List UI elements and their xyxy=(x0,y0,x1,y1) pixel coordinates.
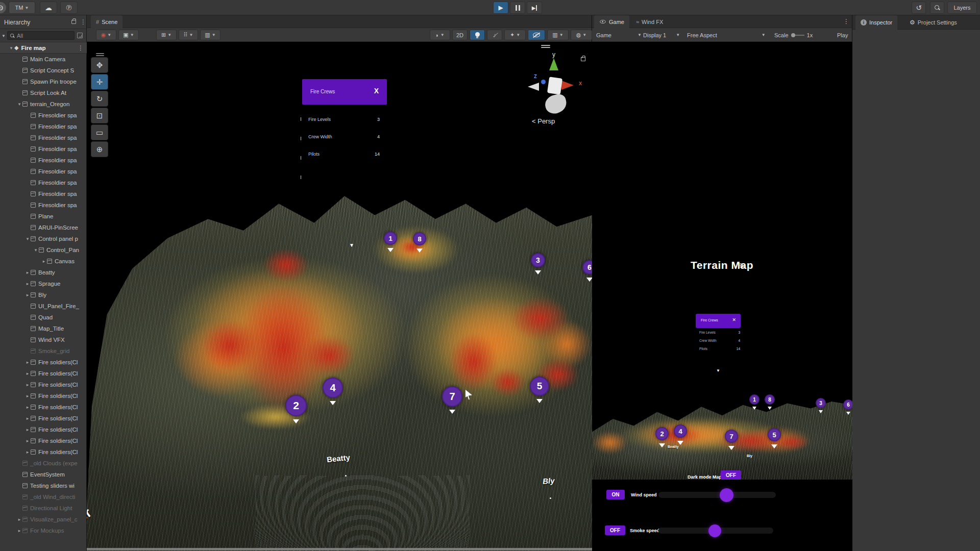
hand-tool-button[interactable]: ✥ xyxy=(91,57,108,73)
aspect-dropdown[interactable]: Free Aspect▼ xyxy=(687,30,766,40)
tab-game[interactable]: Game xyxy=(594,15,629,28)
map-pin-7[interactable]: 7 xyxy=(442,386,462,414)
account-avatar-icon[interactable]: Θ xyxy=(0,2,6,13)
tool-settings-dropdown[interactable]: ▥▼ xyxy=(200,30,220,40)
search-filter-caret-icon[interactable]: ▼ xyxy=(2,34,6,38)
hierarchy-item-row[interactable]: Quad xyxy=(0,312,87,323)
fire-crews-header[interactable]: Fire Crews X xyxy=(302,79,387,105)
hierarchy-item-row[interactable]: Firesoldier spa xyxy=(0,199,87,211)
pause-button[interactable] xyxy=(510,2,525,14)
scene-viewport[interactable]: ✥ ✛ ↻ ⊡ ▭ ⊕ Fire Crews X Fire Levels3Cre… xyxy=(87,42,592,551)
hierarchy-item-row[interactable]: Firesoldier spa xyxy=(0,188,87,199)
expand-arrow-icon[interactable]: ▸ xyxy=(24,416,31,421)
expand-arrow-icon[interactable]: ▾ xyxy=(8,45,14,51)
hierarchy-item-row[interactable]: Plane xyxy=(0,211,87,222)
hierarchy-item-row[interactable]: ▸Fire soldiers(Cl xyxy=(0,424,87,435)
hierarchy-item-row[interactable]: ▾Control panel p xyxy=(0,233,87,244)
map-pin-1[interactable]: 1 xyxy=(384,232,397,252)
expand-arrow-icon[interactable]: ▸ xyxy=(24,270,31,275)
hierarchy-item-row[interactable]: Firesoldier spa xyxy=(0,177,87,188)
mini-fire-crews-panel[interactable]: Fire Crews ✕ xyxy=(696,314,741,328)
hierarchy-item-row[interactable]: Firesoldier spa xyxy=(0,132,87,143)
camera-overlay-dropdown[interactable]: ▥▼ xyxy=(547,30,569,40)
scene-audio-button[interactable]: ♪ xyxy=(487,30,502,40)
map-pin-2[interactable]: 2 xyxy=(285,395,307,423)
map-pin-4[interactable]: 4 xyxy=(674,424,687,445)
hierarchy-item-row[interactable]: Directional Light xyxy=(0,503,87,514)
expand-arrow-icon[interactable]: ▾ xyxy=(16,102,22,107)
version-control-button[interactable]: Ⓟ xyxy=(60,2,78,14)
tab-scene[interactable]: # Scene xyxy=(91,15,122,28)
hierarchy-item-row[interactable]: ▸Fire soldiers(Cl xyxy=(0,357,87,368)
expand-arrow-icon[interactable]: ▸ xyxy=(24,371,31,376)
hierarchy-item-row[interactable]: Firesoldier spa xyxy=(0,110,87,121)
hierarchy-search-input[interactable]: All xyxy=(7,31,75,40)
expand-arrow-icon[interactable]: ▾ xyxy=(24,236,31,241)
hierarchy-item-row[interactable]: ▾Control_Pan xyxy=(0,244,87,256)
axis-z-cone[interactable] xyxy=(541,80,546,84)
drag-handle[interactable] xyxy=(96,55,104,56)
map-pin-8[interactable]: 8 xyxy=(413,232,426,253)
hierarchy-item-row[interactable]: UI_Panel_Fire_ xyxy=(0,300,87,312)
transform-tool-button[interactable]: ⊕ xyxy=(91,141,108,157)
hierarchy-item-row[interactable]: Smoke_grid xyxy=(0,345,87,357)
hierarchy-item-row[interactable]: ▸Fire soldiers(Cl xyxy=(0,446,87,458)
expand-arrow-icon[interactable]: ▸ xyxy=(24,292,31,297)
smoke-speed-knob[interactable] xyxy=(708,524,721,537)
expand-arrow-icon[interactable]: ▸ xyxy=(24,405,31,410)
map-pin-6[interactable]: 6 xyxy=(582,260,592,282)
effects-dropdown[interactable]: ✦▼ xyxy=(504,30,526,40)
lock-icon[interactable] xyxy=(581,57,585,61)
hierarchy-item-row[interactable]: Script Concept S xyxy=(0,65,87,76)
hierarchy-item-row[interactable]: ▸Fire soldiers(Cl xyxy=(0,402,87,413)
tab-wind-fx[interactable]: ≈ Wind FX xyxy=(631,15,668,28)
snap-increment-dropdown[interactable]: ⠿▼ xyxy=(179,30,198,40)
expand-arrow-icon[interactable]: ▸ xyxy=(24,393,31,398)
hierarchy-item-row[interactable]: ▸Fire soldiers(Cl xyxy=(0,379,87,390)
overlay-handle[interactable] xyxy=(541,44,550,49)
hierarchy-item-row[interactable]: ▸Canvas xyxy=(0,256,87,267)
perspective-toggle[interactable]: < Persp xyxy=(532,117,555,125)
close-icon[interactable]: ✕ xyxy=(732,317,736,322)
tab-project-settings[interactable]: ⚙ Project Settings xyxy=(904,15,962,30)
expand-arrow-icon[interactable]: ▸ xyxy=(16,528,22,533)
expand-arrow-icon[interactable]: ▾ xyxy=(33,247,39,253)
axis-x-cone[interactable] xyxy=(561,81,574,90)
expand-arrow-icon[interactable]: ▸ xyxy=(41,259,47,264)
account-menu-button[interactable]: TM ▼ xyxy=(9,2,35,14)
wind-toggle[interactable]: ON xyxy=(606,490,625,499)
map-pin-5[interactable]: 5 xyxy=(768,428,781,448)
play-button[interactable]: ▶ xyxy=(493,2,508,14)
kebab-menu-icon[interactable]: ⋮ xyxy=(843,18,849,25)
hierarchy-item-row[interactable]: ▸Fire soldiers(Cl xyxy=(0,390,87,402)
gizmo-toggle-dropdown[interactable]: ◉▼ xyxy=(96,30,116,40)
rect-tool-button[interactable]: ▭ xyxy=(91,124,108,140)
scale-track[interactable] xyxy=(791,35,804,36)
scale-knob[interactable] xyxy=(791,33,795,37)
expand-arrow-icon[interactable]: ▸ xyxy=(24,449,31,455)
expand-arrow-icon[interactable]: ▸ xyxy=(24,427,31,432)
horizontal-scrollbar[interactable] xyxy=(87,548,592,550)
hierarchy-item-row[interactable]: ▸Beatty xyxy=(0,267,87,278)
expand-arrow-icon[interactable]: ▸ xyxy=(16,517,22,522)
hierarchy-item-row[interactable]: Firesoldier spa xyxy=(0,121,87,132)
game-viewport[interactable]: Terrain Map ≡ Fire Crews ✕ Fire Levels3C… xyxy=(592,42,852,551)
draw-mode-dropdown[interactable]: ▣▼ xyxy=(118,30,139,40)
hierarchy-item-row[interactable]: _old Wind_directi xyxy=(0,491,87,503)
map-pin-7[interactable]: 7 xyxy=(725,430,738,450)
undo-history-button[interactable]: ↺ xyxy=(912,2,926,14)
kebab-menu-icon[interactable]: ⋮ xyxy=(78,44,84,52)
hierarchy-item-row[interactable]: ▸For Mockups xyxy=(0,525,87,536)
map-pin-6[interactable]: 6 xyxy=(843,399,852,415)
hierarchy-item-row[interactable]: Map_Title xyxy=(0,323,87,334)
orientation-gizmo[interactable]: y z x < Persp xyxy=(531,51,588,133)
lock-icon[interactable] xyxy=(71,20,76,24)
hierarchy-item-row[interactable]: Spawn Pin troope xyxy=(0,76,87,87)
hierarchy-item-row[interactable]: Main Camera xyxy=(0,54,87,65)
kebab-menu-icon[interactable]: ⋮ xyxy=(80,18,86,26)
step-button[interactable]: ▶ xyxy=(527,2,542,14)
hierarchy-item-row[interactable]: Script Look At xyxy=(0,87,87,98)
search-pick-icon[interactable] xyxy=(77,33,83,38)
hierarchy-item-row[interactable]: ARUI-PinScree xyxy=(0,222,87,233)
hierarchy-item-row[interactable]: ▸Fire soldiers(Cl xyxy=(0,413,87,424)
